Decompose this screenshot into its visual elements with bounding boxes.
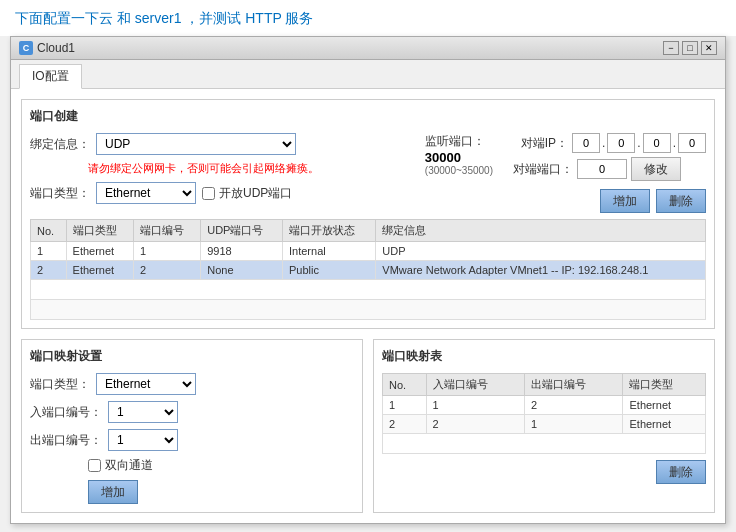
col-no: No. [31,220,67,242]
minimize-button[interactable]: − [663,41,679,55]
map-col-type: 端口类型 [623,374,706,396]
delete-port-button[interactable]: 删除 [656,189,706,213]
warning-text: 请勿绑定公网网卡，否则可能会引起网络瘫痪。 [88,161,319,176]
peer-port-label: 对端端口： [513,161,573,178]
out-port-label: 出端口编号： [30,432,102,449]
mapping-setup-title: 端口映射设置 [30,348,354,365]
add-port-button[interactable]: 增加 [600,189,650,213]
tab-io-config[interactable]: IO配置 [19,64,82,89]
ip-box-0[interactable] [572,133,600,153]
maximize-button[interactable]: □ [682,41,698,55]
map-col-in: 入端口编号 [426,374,524,396]
empty-row [383,434,706,454]
open-udp-checkbox[interactable] [202,187,215,200]
ip-box-2[interactable] [643,133,671,153]
table-row[interactable]: 1 Ethernet 1 9918 Internal UDP [31,242,706,261]
map-table-row[interactable]: 1 1 2 Ethernet [383,396,706,415]
in-port-label: 入端口编号： [30,404,102,421]
map-port-type-select[interactable]: Ethernet [96,373,196,395]
col-udp: UDP端口号 [201,220,283,242]
bidirectional-checkbox[interactable] [88,459,101,472]
bind-select[interactable]: UDP [96,133,296,155]
window-icon: C [19,41,33,55]
modify-button[interactable]: 修改 [631,157,681,181]
add-mapping-button[interactable]: 增加 [88,480,138,504]
window: C Cloud1 − □ ✕ IO配置 端口创建 绑定信息： UDP [10,36,726,524]
port-type-label: 端口类型： [30,185,90,202]
col-bind: 绑定信息 [376,220,706,242]
peer-port-input[interactable] [577,159,627,179]
ip-box-1[interactable] [607,133,635,153]
top-text: 下面配置一下云 和 server1 ，并测试 HTTP 服务 [0,0,736,36]
col-type: 端口类型 [66,220,133,242]
window-title-text: Cloud1 [37,41,75,55]
map-port-type-label: 端口类型： [30,376,90,393]
bind-label: 绑定信息： [30,136,90,153]
col-num: 端口编号 [133,220,200,242]
listen-hint: (30000~35000) [425,165,493,176]
empty-row [31,280,706,300]
port-creation-title: 端口创建 [30,108,706,125]
delete-mapping-button[interactable]: 删除 [656,460,706,484]
open-udp-label: 开放UDP端口 [219,185,292,202]
map-col-no: No. [383,374,427,396]
mapping-table-title: 端口映射表 [382,348,706,365]
close-button[interactable]: ✕ [701,41,717,55]
map-col-out: 出端口编号 [525,374,623,396]
empty-row [31,300,706,320]
listen-value: 30000 [425,150,461,165]
ip-box-3[interactable] [678,133,706,153]
col-status: 端口开放状态 [283,220,376,242]
map-table-row[interactable]: 2 2 1 Ethernet [383,415,706,434]
in-port-select[interactable]: 1 [108,401,178,423]
out-port-select[interactable]: 1 [108,429,178,451]
peer-ip-label: 对端IP： [513,135,568,152]
window-titlebar: C Cloud1 − □ ✕ [11,37,725,60]
port-type-select[interactable]: Ethernet [96,182,196,204]
bidirectional-label: 双向通道 [105,457,153,474]
table-row[interactable]: 2 Ethernet 2 None Public VMware Network … [31,261,706,280]
listen-label: 监听端口： [425,133,485,150]
